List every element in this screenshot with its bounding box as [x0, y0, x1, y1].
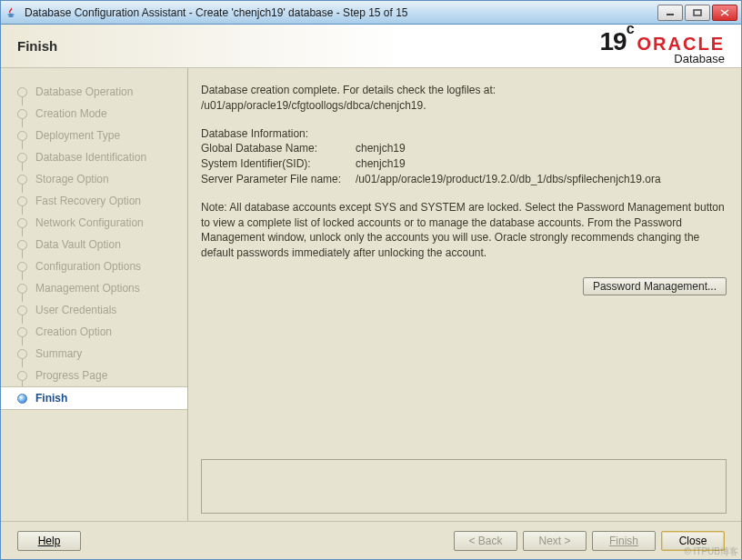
info-key: Global Database Name: [201, 141, 356, 156]
info-row: System Identifier(SID):chenjch19 [201, 156, 727, 172]
minimize-button[interactable] [657, 5, 683, 21]
step-database-identification: Database Identification [17, 146, 187, 168]
step-management-options: Management Options [17, 277, 187, 299]
info-value: chenjch19 [356, 156, 406, 172]
header-panel: Finish 19c ORACLE Database [1, 25, 741, 68]
step-data-vault-option: Data Vault Option [17, 234, 187, 255]
help-button[interactable]: Help [17, 531, 81, 551]
info-key: System Identifier(SID): [201, 156, 356, 172]
close-window-button[interactable] [712, 5, 737, 21]
page-title: Finish [17, 38, 57, 54]
info-row: Server Parameter File name:/u01/app/orac… [201, 172, 727, 187]
svg-rect-0 [667, 14, 674, 15]
step-creation-mode: Creation Mode [17, 103, 187, 125]
brand-version: 19c [599, 27, 633, 56]
step-summary: Summary [17, 343, 187, 365]
step-finish: Finish [1, 386, 187, 410]
step-storage-option: Storage Option [17, 168, 187, 190]
brand-database-text: Database [674, 53, 725, 65]
java-app-icon [5, 5, 19, 20]
window-title: Database Configuration Assistant - Creat… [25, 6, 657, 19]
info-key: Server Parameter File name: [201, 172, 356, 187]
finish-button: Finish [592, 531, 656, 551]
next-button: Next > [523, 531, 587, 551]
completion-message: Database creation complete. For details … [201, 83, 727, 114]
maximize-button[interactable] [685, 5, 710, 21]
steps-sidebar: Database OperationCreation ModeDeploymen… [1, 68, 188, 521]
step-database-operation: Database Operation [17, 81, 187, 103]
note-text: Note: All database accounts except SYS a… [201, 200, 727, 261]
footer-bar: Help < Back Next > Finish Close [1, 521, 741, 559]
content-panel: Database creation complete. For details … [188, 68, 741, 521]
brand-oracle-text: ORACLE [637, 35, 725, 53]
watermark: © ITPUB博客 [684, 545, 738, 558]
info-heading: Database Information: [201, 126, 727, 142]
window-controls [657, 5, 737, 21]
step-creation-option: Creation Option [17, 321, 187, 343]
log-path: /u01/app/oracle19/cfgtoollogs/dbca/chenj… [201, 98, 727, 114]
step-progress-page: Progress Page [17, 365, 187, 386]
body-area: Database OperationCreation ModeDeploymen… [1, 68, 741, 521]
step-user-credentials: User Credentials [17, 299, 187, 321]
complete-line: Database creation complete. For details … [201, 83, 727, 98]
oracle-brand: 19c ORACLE Database [599, 27, 725, 65]
db-information: Database Information: Global Database Na… [201, 126, 727, 187]
step-fast-recovery-option: Fast Recovery Option [17, 190, 187, 212]
info-value: chenjch19 [356, 141, 406, 156]
summary-textarea[interactable] [201, 459, 727, 514]
svg-rect-1 [694, 10, 701, 15]
wizard-window: Database Configuration Assistant - Creat… [0, 0, 742, 560]
password-management-button[interactable]: Password Management... [583, 277, 727, 295]
step-deployment-type: Deployment Type [17, 125, 187, 146]
info-value: /u01/app/oracle19/product/19.2.0/db_1/db… [356, 172, 661, 187]
back-button: < Back [454, 531, 517, 551]
step-configuration-options: Configuration Options [17, 255, 187, 277]
step-network-configuration: Network Configuration [17, 212, 187, 234]
info-row: Global Database Name:chenjch19 [201, 141, 727, 156]
